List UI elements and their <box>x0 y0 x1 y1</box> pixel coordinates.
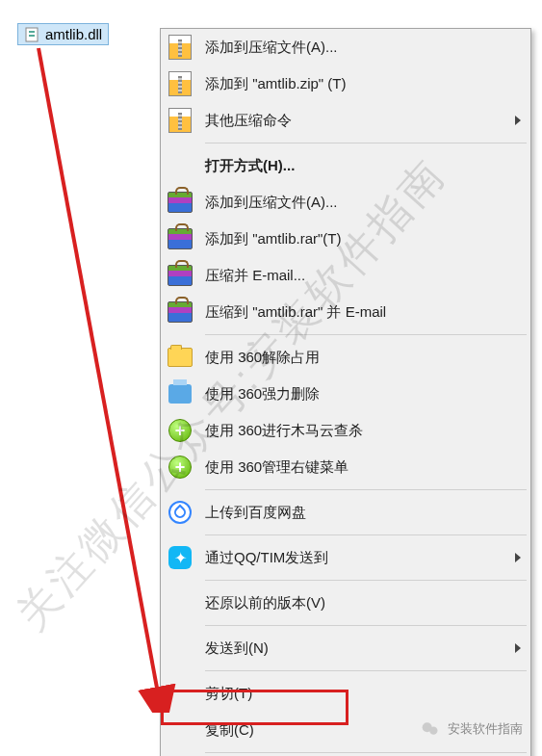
menu-separator <box>205 752 527 753</box>
winrar-icon <box>167 262 194 289</box>
menu-label: 添加到压缩文件(A)... <box>205 39 521 57</box>
menu-360-manage-context[interactable]: + 使用 360管理右键菜单 <box>161 449 530 485</box>
menu-add-to-zip[interactable]: 添加到 "amtlib.zip" (T) <box>161 65 530 102</box>
menu-label: 压缩并 E-mail... <box>205 267 521 285</box>
menu-label: 使用 360强力删除 <box>205 385 521 404</box>
menu-separator <box>205 334 527 335</box>
footer-text: 安装软件指南 <box>448 720 523 738</box>
baidu-icon <box>167 499 194 526</box>
menu-cut[interactable]: 剪切(T) <box>161 675 530 712</box>
menu-send-to[interactable]: 发送到(N) <box>161 630 530 666</box>
submenu-arrow-icon <box>515 553 521 562</box>
menu-360-trojan-scan[interactable]: + 使用 360进行木马云查杀 <box>161 412 530 449</box>
menu-label: 发送到(N) <box>205 639 515 658</box>
blank-icon <box>167 589 194 616</box>
context-menu: 添加到压缩文件(A)... 添加到 "amtlib.zip" (T) 其他压缩命… <box>160 28 531 756</box>
menu-label: 通过QQ/TIM发送到 <box>205 549 515 567</box>
menu-label: 使用 360管理右键菜单 <box>205 458 521 477</box>
menu-label: 其他压缩命令 <box>205 112 515 130</box>
menu-label: 剪切(T) <box>205 685 521 703</box>
menu-separator <box>205 143 527 143</box>
menu-label: 压缩到 "amtlib.rar" 并 E-mail <box>205 303 521 322</box>
menu-360-unlock[interactable]: 使用 360解除占用 <box>161 339 530 376</box>
menu-separator <box>205 580 527 581</box>
submenu-arrow-icon <box>515 643 521 653</box>
dll-file-icon <box>24 27 39 42</box>
winrar-icon <box>167 299 194 326</box>
plus-360-icon: + <box>167 454 194 481</box>
menu-other-compress[interactable]: 其他压缩命令 <box>161 102 530 139</box>
winzip-icon <box>167 34 194 61</box>
menu-label: 上传到百度网盘 <box>205 504 521 522</box>
menu-rar-compress-email[interactable]: 压缩到 "amtlib.rar" 并 E-mail <box>161 294 530 330</box>
svg-rect-1 <box>29 31 35 33</box>
menu-label: 打开方式(H)... <box>205 157 521 175</box>
blank-icon <box>167 635 194 662</box>
menu-label: 添加到 "amtlib.rar"(T) <box>205 230 521 248</box>
menu-label: 添加到压缩文件(A)... <box>205 194 521 212</box>
menu-rar-email[interactable]: 压缩并 E-mail... <box>161 257 530 294</box>
plus-360-icon: + <box>167 417 194 444</box>
menu-open-with[interactable]: 打开方式(H)... <box>161 147 530 184</box>
menu-separator <box>205 625 527 626</box>
menu-label: 使用 360解除占用 <box>205 349 521 367</box>
menu-label: 还原以前的版本(V) <box>205 594 521 613</box>
menu-separator <box>205 534 527 535</box>
menu-rar-add-archive[interactable]: 添加到压缩文件(A)... <box>161 184 530 221</box>
menu-add-to-archive[interactable]: 添加到压缩文件(A)... <box>161 29 530 65</box>
submenu-arrow-icon <box>515 116 521 125</box>
winzip-icon <box>167 107 194 134</box>
menu-upload-baidu[interactable]: 上传到百度网盘 <box>161 494 530 531</box>
winrar-icon <box>167 189 194 216</box>
menu-send-via-qq[interactable]: ✦ 通过QQ/TIM发送到 <box>161 539 530 576</box>
footer-attribution: 安装软件指南 <box>421 719 523 739</box>
file-name: amtlib.dll <box>45 26 102 42</box>
printer-360-icon <box>167 380 194 407</box>
blank-icon <box>167 680 194 707</box>
menu-label: 使用 360进行木马云查杀 <box>205 422 521 440</box>
winzip-icon <box>167 70 194 97</box>
menu-360-force-delete[interactable]: 使用 360强力删除 <box>161 376 530 412</box>
menu-label: 添加到 "amtlib.zip" (T) <box>205 75 521 93</box>
blank-icon <box>167 152 194 179</box>
blank-icon <box>167 717 194 743</box>
qq-icon: ✦ <box>167 544 194 571</box>
folder-360-icon <box>167 344 194 371</box>
menu-separator <box>205 670 527 671</box>
winrar-icon <box>167 225 194 252</box>
menu-separator <box>205 489 527 490</box>
svg-line-3 <box>39 48 159 698</box>
menu-restore-previous[interactable]: 还原以前的版本(V) <box>161 585 530 621</box>
wechat-icon <box>421 719 440 739</box>
svg-point-5 <box>429 727 437 735</box>
file-item-selected[interactable]: amtlib.dll <box>17 23 109 45</box>
svg-rect-2 <box>29 35 35 37</box>
menu-rar-add-named[interactable]: 添加到 "amtlib.rar"(T) <box>161 221 530 257</box>
